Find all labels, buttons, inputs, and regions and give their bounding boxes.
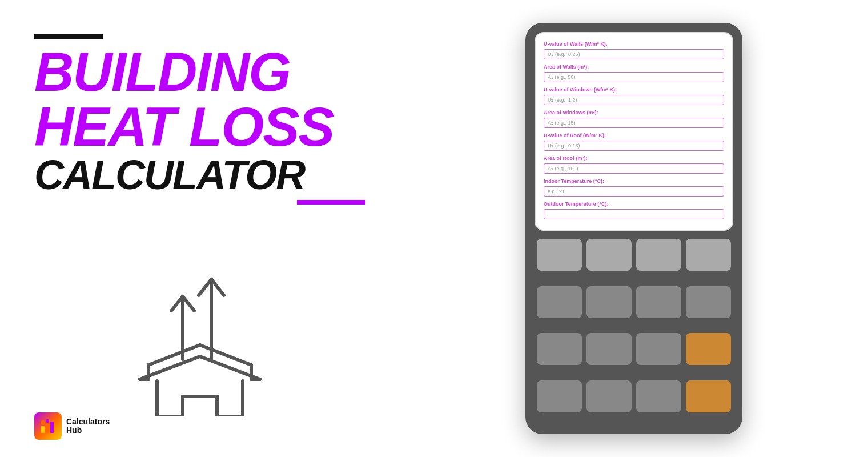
calc-field-input-7[interactable] bbox=[544, 209, 724, 219]
logo-hub: Hub bbox=[66, 426, 110, 435]
svg-line-4 bbox=[199, 279, 211, 295]
calc-field-input-2[interactable] bbox=[544, 95, 724, 105]
right-section: U-value of Walls (W/m² K):Area of Walls … bbox=[400, 0, 868, 457]
calc-field-label-6: Indoor Temperature (°C): bbox=[544, 178, 724, 184]
logo-calculators: Calculators bbox=[66, 418, 110, 426]
calc-key-4[interactable] bbox=[537, 286, 582, 318]
calc-key-0[interactable] bbox=[537, 239, 582, 271]
title-heat-loss: HEAT LOSS bbox=[34, 99, 365, 154]
calc-field-input-6[interactable] bbox=[544, 186, 724, 197]
calc-field-4: U-value of Roof (W/m² K): bbox=[544, 133, 724, 151]
left-section: BUILDING HEAT LOSS CALCULATOR bbox=[0, 0, 400, 457]
calc-field-5: Area of Roof (m²): bbox=[544, 155, 724, 174]
calc-field-0: U-value of Walls (W/m² K): bbox=[544, 41, 724, 59]
svg-line-6 bbox=[148, 345, 200, 365]
calc-key-12[interactable] bbox=[537, 380, 582, 412]
logo-text: Calculators Hub bbox=[66, 418, 110, 435]
calc-key-9[interactable] bbox=[586, 333, 632, 365]
svg-point-24 bbox=[41, 420, 45, 425]
calc-key-15[interactable] bbox=[686, 380, 731, 412]
logo-icon bbox=[34, 412, 62, 440]
calculator: U-value of Walls (W/m² K):Area of Walls … bbox=[525, 23, 742, 434]
calc-field-input-1[interactable] bbox=[544, 72, 724, 82]
svg-line-7 bbox=[200, 345, 251, 365]
calc-field-7: Outdoor Temperature (°C): bbox=[544, 201, 724, 219]
calc-field-label-4: U-value of Roof (W/m² K): bbox=[544, 133, 724, 138]
calc-field-label-2: U-value of Windows (W/m² K): bbox=[544, 87, 724, 93]
calc-key-8[interactable] bbox=[537, 333, 582, 365]
svg-rect-23 bbox=[50, 422, 54, 433]
calc-field-label-7: Outdoor Temperature (°C): bbox=[544, 201, 724, 207]
logo-area: Calculators Hub bbox=[34, 412, 110, 440]
calc-field-label-5: Area of Roof (m²): bbox=[544, 155, 724, 161]
calc-field-2: U-value of Windows (W/m² K): bbox=[544, 87, 724, 105]
calc-field-1: Area of Walls (m²): bbox=[544, 64, 724, 82]
calc-field-input-0[interactable] bbox=[544, 49, 724, 59]
calculator-screen: U-value of Walls (W/m² K):Area of Walls … bbox=[535, 32, 733, 231]
house-illustration bbox=[34, 216, 365, 434]
calc-field-label-3: Area of Windows (m²): bbox=[544, 110, 724, 115]
svg-rect-21 bbox=[41, 426, 45, 433]
title-building: BUILDING bbox=[34, 45, 365, 99]
calc-key-13[interactable] bbox=[586, 380, 632, 412]
calc-key-3[interactable] bbox=[686, 239, 731, 271]
calc-field-6: Indoor Temperature (°C): bbox=[544, 178, 724, 197]
calc-key-11[interactable] bbox=[686, 333, 731, 365]
calc-key-2[interactable] bbox=[636, 239, 681, 271]
calc-field-label-0: U-value of Walls (W/m² K): bbox=[544, 41, 724, 47]
top-decorative-bar bbox=[34, 34, 103, 39]
calculator-keypad bbox=[535, 236, 733, 425]
title-calculator: CALCULATOR bbox=[34, 154, 365, 205]
svg-rect-22 bbox=[46, 424, 49, 433]
calc-key-14[interactable] bbox=[636, 380, 681, 412]
calc-field-input-3[interactable] bbox=[544, 118, 724, 128]
calc-key-6[interactable] bbox=[636, 286, 681, 318]
svg-line-5 bbox=[211, 279, 224, 295]
calc-key-1[interactable] bbox=[586, 239, 632, 271]
svg-point-25 bbox=[46, 419, 49, 423]
calc-key-5[interactable] bbox=[586, 286, 632, 318]
calc-field-input-4[interactable] bbox=[544, 141, 724, 151]
calc-field-input-5[interactable] bbox=[544, 163, 724, 174]
calc-field-3: Area of Windows (m²): bbox=[544, 110, 724, 128]
calc-field-label-1: Area of Walls (m²): bbox=[544, 64, 724, 70]
calc-key-7[interactable] bbox=[686, 286, 731, 318]
calc-key-10[interactable] bbox=[636, 333, 681, 365]
